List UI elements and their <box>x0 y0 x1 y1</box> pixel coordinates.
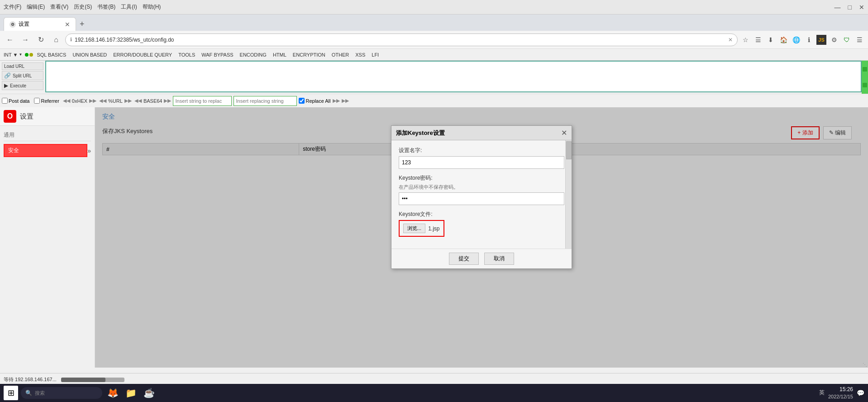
lfi-btn[interactable]: LFI <box>369 51 382 58</box>
modal-scrollbar[interactable] <box>565 140 572 249</box>
titlebar-controls: — □ ✕ <box>835 4 864 11</box>
post-data-checkbox-label[interactable]: Post data <box>2 98 29 104</box>
right-content: 安全 保存JKS Keystores + 添加 ✎ 编辑 # store密码 <box>95 107 868 368</box>
replace-all-checkbox-label[interactable]: Replace All <box>299 98 330 104</box>
history-menu[interactable]: 历史(S) <box>74 3 92 11</box>
encode-bar: Post data Referrer ◀◀ 0xHEX ▶▶ ◀◀ %URL ▶… <box>0 94 868 107</box>
file-upload-area: 浏览... 1.jsp <box>399 220 444 237</box>
maximize-button[interactable]: □ <box>848 4 852 11</box>
left-sidebar: O 设置 通用 安全 » <box>0 107 95 368</box>
modal-close-button[interactable]: ✕ <box>561 129 567 137</box>
html-btn[interactable]: HTML <box>270 51 289 58</box>
name-form-group: 设置名字: <box>399 147 564 169</box>
browser-titlebar: 文件(F) 编辑(E) 查看(V) 历史(S) 书签(B) 工具(I) 帮助(H… <box>0 0 868 14</box>
green-indicator <box>25 53 29 57</box>
menu-icon[interactable]: ☰ <box>854 35 864 45</box>
tools-menu[interactable]: 工具(I) <box>121 3 137 11</box>
file-menu[interactable]: 文件(F) <box>4 3 21 11</box>
settings-icon[interactable]: ⚙ <box>829 35 839 45</box>
load-url-button[interactable]: Load URL <box>2 62 43 70</box>
arrow-left-3: ◀◀ <box>134 98 142 104</box>
address-input-wrap[interactable]: ℹ 192.168.146.167:32385/ws_utc/config.do… <box>65 34 738 46</box>
shield-icon[interactable]: 🛡 <box>842 35 852 45</box>
split-url-button[interactable]: 🔗Split URL <box>2 71 43 80</box>
replace-all-checkbox[interactable] <box>299 98 305 104</box>
home-button[interactable]: ⌂ <box>50 34 62 46</box>
minimize-button[interactable]: — <box>835 4 841 11</box>
forward-button[interactable]: → <box>19 34 32 46</box>
name-input[interactable] <box>399 156 564 169</box>
bookmark-icon[interactable]: ☆ <box>740 35 750 45</box>
address-bar: ← → ↻ ⌂ ℹ 192.168.146.167:32385/ws_utc/c… <box>0 31 868 49</box>
tab-favicon: ⚙ <box>10 21 16 28</box>
modal-title: 添加Keystore设置 <box>396 129 445 137</box>
url-encode-label: %URL <box>108 98 123 104</box>
page-header: O 设置 <box>0 107 95 126</box>
waf-bypass-btn[interactable]: WAF BYPASS <box>199 51 236 58</box>
referrer-checkbox[interactable] <box>34 98 40 104</box>
post-data-checkbox[interactable] <box>2 98 8 104</box>
security-sidebar-item[interactable]: 安全 <box>4 144 87 157</box>
resize-handle[interactable]: ⋱ <box>862 361 868 368</box>
new-tab-button[interactable]: + <box>76 19 88 29</box>
tab-label: 设置 <box>19 20 29 28</box>
insert-string-input[interactable] <box>173 96 232 106</box>
arrow-left-2: ◀◀ <box>99 98 106 104</box>
view-menu[interactable]: 查看(V) <box>50 3 68 11</box>
info-icon[interactable]: ℹ <box>804 35 814 45</box>
execute-button[interactable]: ▶Execute <box>2 81 43 90</box>
titlebar-left: 文件(F) 编辑(E) 查看(V) 历史(S) 书签(B) 工具(I) 帮助(H… <box>4 3 161 11</box>
cancel-button[interactable]: 取消 <box>484 253 514 265</box>
side-indicator-1 <box>863 67 867 72</box>
tab-close-button[interactable]: ✕ <box>65 21 70 28</box>
download-icon[interactable]: ⬇ <box>766 35 776 45</box>
union-based-btn[interactable]: UNION BASED <box>70 51 110 58</box>
arrow-right-1: ▶▶ <box>89 98 96 104</box>
js-icon[interactable]: JS <box>816 35 826 45</box>
active-tab[interactable]: ⚙ 设置 ✕ <box>4 17 76 31</box>
url-textarea[interactable] <box>45 61 862 92</box>
globe-icon[interactable]: 🌐 <box>791 35 801 45</box>
xss-btn[interactable]: XSS <box>353 51 368 58</box>
modal-body: 设置名字: Keystore密码: 在产品环境中不保存密码。 <box>391 140 572 249</box>
home-icon2[interactable]: 🏠 <box>778 35 788 45</box>
password-form-group: Keystore密码: 在产品环境中不保存密码。 <box>399 174 564 205</box>
general-section-title: 通用 <box>4 129 91 141</box>
tools-btn[interactable]: TOOLS <box>176 51 198 58</box>
url-action-buttons: Load URL 🔗Split URL ▶Execute <box>0 61 45 94</box>
reader-icon[interactable]: ☰ <box>753 35 763 45</box>
int-dropdown[interactable]: INT ▼ <box>2 51 24 58</box>
other-btn[interactable]: OTHER <box>329 51 352 58</box>
side-indicator-2 <box>863 83 867 87</box>
page-title: 设置 <box>20 112 33 121</box>
error-double-btn[interactable]: ERROR/DOUBLE QUERY <box>110 51 175 58</box>
help-menu[interactable]: 帮助(H) <box>143 3 161 11</box>
file-form-group: Keystore文件: 浏览... 1.jsp <box>399 211 564 237</box>
submit-button[interactable]: 提交 <box>449 253 479 265</box>
hex-label: 0xHEX <box>72 98 87 104</box>
base64-label: BASE64 <box>143 98 162 104</box>
scrollbar-thumb <box>566 141 572 159</box>
browse-button[interactable]: 浏览... <box>403 224 425 233</box>
edit-menu[interactable]: 编辑(E) <box>27 3 45 11</box>
sidebar-arrow-icon: » <box>87 147 91 154</box>
close-window-button[interactable]: ✕ <box>859 4 864 11</box>
referrer-checkbox-label[interactable]: Referrer <box>34 98 59 104</box>
sql-basics-btn[interactable]: SQL BASICS <box>34 51 69 58</box>
url-display[interactable]: 192.168.146.167:32385/ws_utc/config.do <box>75 37 725 43</box>
plugin-toolbar: INT ▼ SQL BASICS UNION BASED ERROR/DOUBL… <box>0 49 868 61</box>
refresh-button[interactable]: ↻ <box>34 34 47 46</box>
file-name-display: 1.jsp <box>428 225 439 232</box>
password-label: Keystore密码: <box>399 174 564 182</box>
modal-footer: 提交 取消 <box>391 249 572 268</box>
password-input[interactable] <box>399 192 564 205</box>
encoding-btn[interactable]: ENCODING <box>237 51 269 58</box>
content-wrap: O 设置 通用 安全 » 安全 保存JKS Keystores <box>0 107 868 368</box>
encryption-btn[interactable]: ENCRYPTION <box>290 51 328 58</box>
modal-content: 设置名字: Keystore密码: 在产品环境中不保存密码。 <box>391 140 572 249</box>
clear-url-icon[interactable]: ✕ <box>728 37 733 43</box>
back-button[interactable]: ← <box>4 34 16 46</box>
bookmarks-menu[interactable]: 书签(B) <box>97 3 115 11</box>
insert-replacing-input[interactable] <box>234 96 297 106</box>
arrow-left-1: ◀◀ <box>63 98 70 104</box>
